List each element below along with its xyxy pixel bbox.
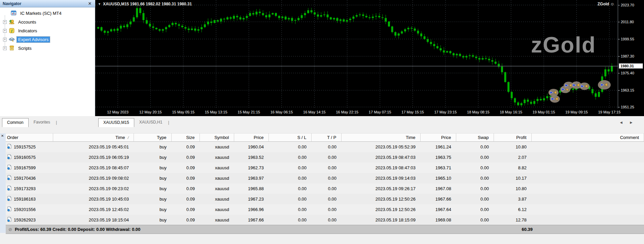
cell-s-l: 0.00 bbox=[269, 215, 311, 225]
cell-symbol: xauusd bbox=[200, 152, 234, 163]
time-axis-label: 18 May 08:15 bbox=[467, 110, 490, 114]
cell-price: 1963.75 bbox=[420, 152, 456, 163]
cell-type: buy bbox=[134, 194, 171, 204]
column-header-time[interactable]: Time/ bbox=[53, 134, 134, 142]
cell-profit: 10.80 bbox=[494, 183, 531, 194]
column-header-s-l[interactable]: S / L bbox=[269, 134, 311, 142]
column-header-price[interactable]: Price bbox=[234, 134, 269, 142]
cell-t-p: 0.00 bbox=[311, 142, 341, 152]
order-row[interactable]: 1591575252023.05.19 05:45:01buy0.09xauus… bbox=[6, 142, 644, 152]
cell-s-l: 0.00 bbox=[269, 142, 311, 152]
column-header-profit[interactable]: Profit bbox=[494, 134, 531, 142]
chart-window: ▼ XAUUSD,M15 1981.66 1982.02 1980.31 198… bbox=[95, 0, 644, 116]
navigator-titlebar[interactable]: Navigator ✕ bbox=[0, 0, 95, 7]
mt4-window: Navigator ✕ IC Markets (SC) MT4+Accounts… bbox=[0, 0, 644, 244]
expand-plus-icon[interactable]: + bbox=[3, 20, 7, 24]
order-row[interactable]: 1591605752023.05.19 06:05:19buy0.09xauus… bbox=[6, 152, 644, 163]
order-id: 159167599 bbox=[14, 165, 36, 170]
account-summary-row[interactable]: ⊘ Profit/Loss: 60.39 Credit: 0.00 Deposi… bbox=[6, 225, 644, 234]
navigator-title: Navigator bbox=[3, 1, 21, 6]
time-axis-label: 16 May 06:15 bbox=[271, 110, 293, 114]
tree-item-ic-markets-sc-mt4[interactable]: IC Markets (SC) MT4 bbox=[0, 9, 95, 18]
cell-order: 159186163 bbox=[6, 194, 53, 204]
chart-tab-xauusd-m15[interactable]: XAUUSD,M15 bbox=[98, 118, 134, 127]
expand-plus-icon[interactable]: + bbox=[3, 46, 7, 50]
cell-s-l: 0.00 bbox=[269, 152, 311, 163]
cell-s-l: 0.00 bbox=[269, 204, 311, 215]
cell-time: 2023.05.19 08:47:03 bbox=[341, 163, 420, 173]
cell-swap: 0.00 bbox=[456, 173, 494, 183]
terminal-close-icon[interactable]: ✕ bbox=[1, 134, 4, 138]
expand-plus-icon[interactable]: + bbox=[3, 29, 7, 33]
navigator-close-icon[interactable]: ✕ bbox=[87, 1, 93, 6]
order-row[interactable]: 1591732932023.05.19 09:23:02buy0.09xauus… bbox=[6, 183, 644, 194]
order-doc-icon bbox=[7, 206, 12, 212]
cell-t-p: 0.00 bbox=[311, 152, 341, 163]
cell-price: 1960.04 bbox=[234, 142, 269, 152]
order-row[interactable]: 1592629232023.05.19 18:15:04buy0.09xauus… bbox=[6, 215, 644, 225]
orders-table-header[interactable]: OrderTime/TypeSizeSymbolPriceS / LT / PT… bbox=[6, 134, 644, 142]
chart-dropdown-icon[interactable]: ▼ bbox=[98, 2, 101, 6]
time-axis-label: 16 May 22:15 bbox=[336, 110, 358, 114]
chart-watermark: zGold bbox=[531, 32, 596, 58]
chart-tab-xauusd-h1[interactable]: XAUUSD,H1 bbox=[134, 118, 168, 127]
expand-plus-icon[interactable]: + bbox=[3, 38, 7, 41]
cell-type: buy bbox=[134, 173, 171, 183]
column-header-time[interactable]: Time bbox=[341, 134, 420, 142]
tab-scroll-arrows[interactable]: ◄► bbox=[619, 120, 639, 125]
time-axis-label: 12 May 2023 bbox=[107, 110, 129, 114]
tab-common[interactable]: Common bbox=[2, 118, 29, 127]
cell-symbol: xauusd bbox=[200, 142, 234, 152]
price-axis-label: 1963.15 bbox=[621, 88, 634, 92]
cell-price: 1965.88 bbox=[234, 183, 269, 194]
cell-swap: 0.00 bbox=[456, 215, 494, 225]
cell-order: 159167599 bbox=[6, 163, 53, 173]
time-axis[interactable]: 12 May 202312 May 20:1515 May 05:1515 Ma… bbox=[95, 108, 644, 116]
order-doc-icon bbox=[7, 144, 12, 150]
price-axis-label: 1975.40 bbox=[621, 71, 634, 75]
order-row[interactable]: 1591704362023.05.19 09:08:02buy0.09xauus… bbox=[6, 173, 644, 183]
column-header-t-p[interactable]: T / P bbox=[311, 134, 341, 142]
cell-symbol: xauusd bbox=[200, 173, 234, 183]
scripts-icon bbox=[9, 45, 15, 51]
cell-swap: 0.00 bbox=[456, 183, 494, 194]
column-header-price[interactable]: Price bbox=[420, 134, 456, 142]
column-header-type[interactable]: Type bbox=[134, 134, 171, 142]
column-header-swap[interactable]: Swap bbox=[456, 134, 494, 142]
time-axis-label: 15 May 21:15 bbox=[238, 110, 260, 114]
tree-item-scripts[interactable]: +Scripts bbox=[0, 44, 95, 53]
order-row[interactable]: 1591861632023.05.19 10:45:03buy0.09xauus… bbox=[6, 194, 644, 204]
cell-swap: 0.00 bbox=[456, 152, 494, 163]
time-axis-label: 16 May 14:15 bbox=[303, 110, 326, 114]
column-header-symbol[interactable]: Symbol bbox=[200, 134, 234, 142]
cell-type: buy bbox=[134, 152, 171, 163]
cell-order: 159173293 bbox=[6, 183, 53, 194]
column-header-size[interactable]: Size bbox=[171, 134, 200, 142]
cell-comment bbox=[531, 152, 644, 163]
tab-favorites[interactable]: Favorites bbox=[29, 118, 55, 127]
summary-status-icon: ⊘ bbox=[8, 227, 12, 232]
order-row[interactable]: 1591675992023.05.19 08:45:07buy0.09xauus… bbox=[6, 163, 644, 173]
cell-type: buy bbox=[134, 163, 171, 173]
indicators-icon: f bbox=[9, 28, 15, 33]
cell-time: 2023.05.19 09:14:03 bbox=[341, 173, 420, 183]
cell-price: 1963.97 bbox=[234, 173, 269, 183]
time-axis-label: 17 May 23:15 bbox=[434, 110, 457, 114]
tab-scroll-left-icon[interactable]: ◄ bbox=[619, 120, 629, 125]
tree-item-accounts[interactable]: +Accounts bbox=[0, 18, 95, 26]
cell-size: 0.09 bbox=[171, 173, 200, 183]
tree-item-expert-advisors[interactable]: +Expert Advisors bbox=[0, 35, 95, 44]
cell-profit: 6.12 bbox=[494, 204, 531, 215]
order-id: 159186163 bbox=[14, 197, 36, 202]
cell-price: 1967.66 bbox=[234, 215, 269, 225]
price-axis-label: 1987.30 bbox=[621, 54, 634, 58]
price-axis[interactable]: 2023.702011.801999.551987.301975.401963.… bbox=[618, 0, 644, 108]
column-header-comment[interactable]: Comment bbox=[531, 134, 644, 142]
column-header-order[interactable]: Order bbox=[6, 134, 53, 142]
tree-item-indicators[interactable]: +fIndicators bbox=[0, 26, 95, 35]
cell-comment bbox=[531, 163, 644, 173]
order-row[interactable]: 1592015562023.05.19 12:45:02buy0.09xauus… bbox=[6, 204, 644, 215]
tab-scroll-right-icon[interactable]: ► bbox=[629, 120, 639, 125]
order-doc-icon bbox=[7, 154, 12, 160]
cell-swap: 0.00 bbox=[456, 142, 494, 152]
